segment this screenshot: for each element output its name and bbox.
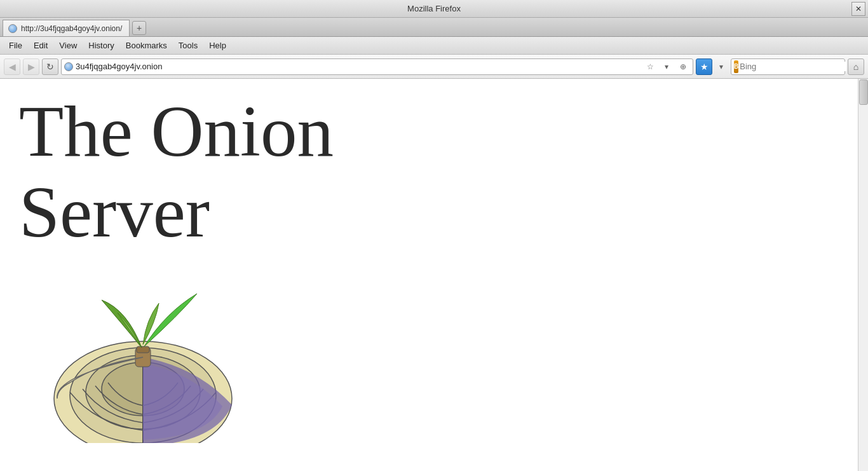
tor-logo-svg <box>19 265 261 443</box>
address-input[interactable] <box>76 62 641 71</box>
menu-bookmarks[interactable]: Bookmarks <box>121 39 172 52</box>
page-title: The Onion Server <box>19 92 849 252</box>
tab-favicon <box>8 24 17 33</box>
window-title: Mozilla Firefox <box>407 4 461 13</box>
search-engine-icon[interactable]: B <box>734 60 738 73</box>
bookmark-button[interactable]: ★ <box>696 58 712 75</box>
svg-rect-6 <box>137 346 149 353</box>
rss-icon[interactable]: ⊕ <box>676 60 690 74</box>
back-icon: ◀ <box>9 62 16 72</box>
forward-button[interactable]: ▶ <box>23 58 39 75</box>
search-bar[interactable]: B ▶ <box>731 58 845 75</box>
address-bar[interactable]: ☆ ▾ ⊕ <box>61 58 693 75</box>
down-arrow-icon[interactable]: ▾ <box>660 60 674 74</box>
bookmark-star-icon[interactable]: ☆ <box>643 60 657 74</box>
favicon-globe <box>8 24 17 33</box>
address-favicon <box>64 62 73 71</box>
tab-bar: http://3u4fjqgab4goy4jv.onion/ + <box>0 18 868 37</box>
page-title-line2: Server <box>19 172 210 252</box>
active-tab[interactable]: http://3u4fjqgab4goy4jv.onion/ <box>3 20 130 36</box>
reload-icon: ↻ <box>46 62 54 72</box>
star-icon: ★ <box>700 62 709 72</box>
menu-edit[interactable]: Edit <box>29 39 53 52</box>
browser-content: The Onion Server <box>0 79 868 471</box>
scrollbar-thumb[interactable] <box>859 79 868 105</box>
bookmark-dropdown-icon[interactable]: ▾ <box>714 60 728 74</box>
nav-bar: ◀ ▶ ↻ ☆ ▾ ⊕ ★ ▾ B ▶ ⌂ <box>0 55 868 79</box>
home-button[interactable]: ⌂ <box>848 58 864 75</box>
search-input[interactable] <box>740 62 846 71</box>
new-tab-button[interactable]: + <box>132 21 146 35</box>
menu-tools[interactable]: Tools <box>173 39 203 52</box>
back-button[interactable]: ◀ <box>4 58 20 75</box>
menu-help[interactable]: Help <box>204 39 231 52</box>
nav-right: ★ ▾ <box>696 58 728 75</box>
menu-view[interactable]: View <box>54 39 82 52</box>
menu-bar: File Edit View History Bookmarks Tools H… <box>0 37 868 55</box>
search-engine-label: B <box>734 63 738 70</box>
menu-history[interactable]: History <box>83 39 119 52</box>
tab-label: http://3u4fjqgab4goy4jv.onion/ <box>21 24 122 33</box>
page-title-line1: The Onion <box>19 91 334 172</box>
scrollbar-track[interactable] <box>858 79 868 471</box>
reload-button[interactable]: ↻ <box>42 58 58 75</box>
forward-icon: ▶ <box>28 62 35 72</box>
close-button[interactable]: ✕ <box>851 2 865 16</box>
menu-file[interactable]: File <box>4 39 27 52</box>
title-bar: Mozilla Firefox ✕ <box>0 0 868 18</box>
home-icon: ⌂ <box>853 62 858 72</box>
tor-logo <box>19 265 261 430</box>
